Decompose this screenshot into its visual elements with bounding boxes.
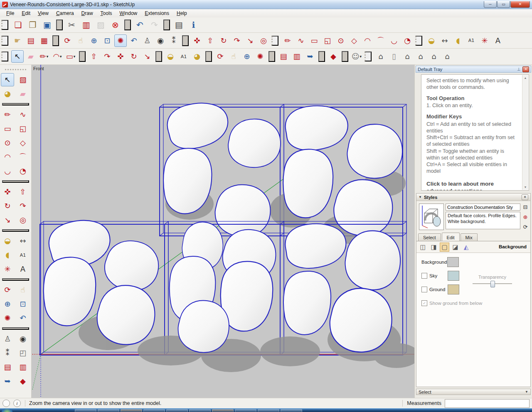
update-style-button[interactable]: ⟳ <box>522 223 529 231</box>
style-description[interactable]: Default face colors. Profile Edges. Whit… <box>446 212 520 229</box>
taskbar-item[interactable] <box>212 409 234 412</box>
follow-me-button[interactable]: ↷ <box>231 34 243 47</box>
push-pull-button[interactable]: ⇧ <box>16 185 30 199</box>
menu-camera[interactable]: Camera <box>52 10 78 17</box>
zoom-button[interactable]: ⊕ <box>88 34 100 47</box>
two-point-arc-button[interactable]: ⌒ <box>374 34 387 47</box>
ground-checkbox[interactable] <box>421 287 427 292</box>
extension-warehouse-button[interactable]: ◆ <box>327 50 340 63</box>
watermark-settings-button[interactable]: ◪ <box>451 243 460 252</box>
background-color-swatch[interactable] <box>447 257 459 267</box>
text-button[interactable]: A1 <box>16 248 30 262</box>
style-thumbnail[interactable] <box>419 204 444 230</box>
circle-button[interactable]: ⊙ <box>335 34 347 47</box>
tray-title-bar[interactable]: Default Tray ⊥ ✕ <box>416 66 531 73</box>
erase-button[interactable]: ⊗ <box>108 18 122 32</box>
modeling-settings-button[interactable]: ◭ <box>461 243 471 252</box>
position-camera-button[interactable]: ♙ <box>1 332 14 346</box>
menu-view[interactable]: View <box>34 10 52 17</box>
redo-button[interactable]: ↷ <box>148 18 161 32</box>
pan-button[interactable]: ☝ <box>74 34 87 47</box>
move-button[interactable]: ✜ <box>1 185 14 199</box>
back-view-button[interactable]: ⌂ <box>428 50 440 63</box>
taskbar-item[interactable] <box>258 409 279 412</box>
look-around-button[interactable]: ◉ <box>16 332 30 346</box>
shapes-button[interactable]: ▭▾ <box>64 50 77 63</box>
zoom-window-button[interactable]: ⊡ <box>16 297 30 311</box>
scale-button[interactable]: ↘ <box>1 213 14 227</box>
polygon-button[interactable]: ◇ <box>348 34 360 47</box>
move-button[interactable]: ✜ <box>191 34 203 47</box>
select-button[interactable]: ↖ <box>11 50 24 63</box>
circle-button[interactable]: ⊙ <box>1 136 14 150</box>
tab-edit[interactable]: Edit <box>442 233 460 241</box>
look-around-button[interactable]: ◉ <box>154 34 167 47</box>
minimize-button[interactable]: ─ <box>484 1 497 8</box>
ground-color-swatch[interactable] <box>448 284 459 294</box>
scale-button[interactable]: ↘ <box>244 34 256 47</box>
scroll-up-icon[interactable]: ▲ <box>524 76 527 80</box>
three-point-arc-button[interactable]: ◡ <box>1 164 14 178</box>
zoom-button[interactable]: ⊕ <box>241 50 253 63</box>
maximize-button[interactable]: ▭ <box>497 1 510 8</box>
taskbar-item[interactable] <box>143 409 165 412</box>
offset-button[interactable]: ◎ <box>16 213 30 227</box>
edge-settings-button[interactable]: ◫ <box>418 243 428 252</box>
rotated-rectangle-button[interactable]: ◱ <box>16 122 30 135</box>
send-to-layout-button[interactable]: ➥ <box>1 375 14 388</box>
rotate-button[interactable]: ↻ <box>128 50 140 63</box>
protractor-button[interactable]: ◖ <box>1 248 14 262</box>
three-point-arc-button[interactable]: ◡ <box>388 34 400 47</box>
menu-help[interactable]: Help <box>173 10 191 17</box>
text-button[interactable]: A1 <box>177 50 190 63</box>
rotated-rectangle-button[interactable]: ◱ <box>321 34 334 47</box>
position-camera-button[interactable]: ♙ <box>141 34 153 47</box>
zoom-extents-button[interactable]: ✺ <box>254 50 266 63</box>
follow-me-button[interactable]: ↷ <box>101 50 113 63</box>
rotate-button[interactable]: ↻ <box>1 199 14 213</box>
freehand-button[interactable]: ∿ <box>16 108 30 121</box>
orbit-button[interactable]: ⟳ <box>214 50 227 63</box>
dropdown-arrow-icon[interactable]: ▾ <box>47 54 49 59</box>
menu-tools[interactable]: Tools <box>97 10 116 17</box>
dimension-button[interactable]: ↔ <box>16 234 30 248</box>
3d-text-button[interactable]: A <box>492 34 504 47</box>
push-pull-button[interactable]: ⇧ <box>88 50 100 63</box>
pie-button[interactable]: ◔ <box>401 34 414 47</box>
eraser-button[interactable]: ▰ <box>25 50 37 63</box>
line-button[interactable]: ✏ <box>281 34 294 47</box>
two-point-arc-button[interactable]: ⌒ <box>16 150 30 164</box>
walk-button[interactable]: ⁑ <box>167 34 180 47</box>
select-panel-header[interactable]: Select ▼ <box>416 389 531 395</box>
scroll-down-icon[interactable]: ▼ <box>524 185 527 189</box>
learn-more-link[interactable]: Click to learn about more advanced opera… <box>426 180 519 191</box>
pan-button[interactable]: ☝ <box>16 283 30 297</box>
zoom-button[interactable]: ⊕ <box>1 297 14 311</box>
panel-collapse-arrow-icon[interactable]: ▼ <box>525 390 528 394</box>
collapse-arrow-icon[interactable]: ▼ <box>419 195 422 199</box>
axes-button[interactable]: ✳ <box>1 262 14 276</box>
save-button[interactable]: ▣ <box>40 18 54 32</box>
dimension-button[interactable]: ↔ <box>438 34 451 47</box>
right-view-button[interactable]: ⌂ <box>414 50 427 63</box>
taskbar-item[interactable] <box>98 409 119 412</box>
start-button[interactable] <box>2 409 12 412</box>
paste-button[interactable]: ▨ <box>94 18 108 32</box>
arc-button[interactable]: ◠ <box>361 34 374 47</box>
info-icon[interactable]: i <box>13 400 21 407</box>
front-view-button[interactable]: ⌂ <box>401 50 414 63</box>
taskbar-item[interactable] <box>121 409 142 412</box>
line-button[interactable]: ✏▾ <box>38 50 50 63</box>
pin-icon[interactable]: ⊥ <box>516 67 521 72</box>
tray-close-icon[interactable]: ✕ <box>522 66 529 72</box>
tab-mix[interactable]: Mix <box>461 233 478 241</box>
print-button[interactable]: ▤ <box>172 18 186 32</box>
line-button[interactable]: ✏ <box>1 108 14 121</box>
create-new-style-button[interactable]: ⊕ <box>522 213 529 221</box>
text-button[interactable]: A1 <box>465 34 478 47</box>
arc-button[interactable]: ◠ <box>1 150 14 164</box>
windows-taskbar[interactable] <box>0 408 532 412</box>
measurements-input[interactable] <box>445 399 530 408</box>
paint-bucket-button[interactable]: ◕ <box>191 50 203 63</box>
tape-measure-button[interactable]: ◒ <box>1 234 14 248</box>
